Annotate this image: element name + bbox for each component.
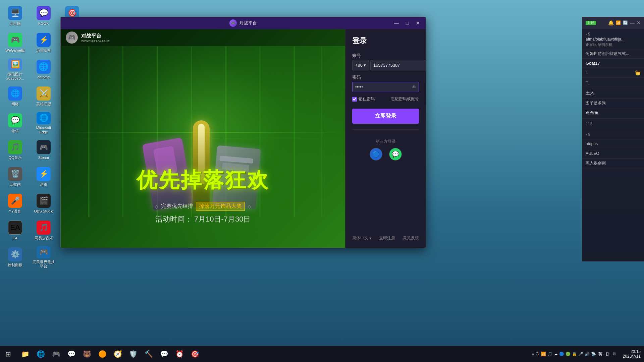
notification-item[interactable]: - 9 afmafoiabfiuawbfkja... 正在玩 黎明杀机 <box>582 29 644 49</box>
taskbar-item-chrome[interactable]: 🌐 <box>33 347 48 361</box>
desktop-icon-recycle-bin[interactable]: 🗑️ 回收站 <box>2 164 29 189</box>
window-title: 对战平台 <box>239 20 257 26</box>
phone-input[interactable] <box>370 60 426 70</box>
taskbar-item-hammer[interactable]: 🔨 <box>141 347 156 361</box>
taskbar-item-shield[interactable]: 🛡️ <box>126 347 141 361</box>
password-input[interactable] <box>352 82 419 92</box>
desktop-icon-label: 英雄联盟 <box>36 102 51 106</box>
desktop-icon-network[interactable]: 🌐 网络 <box>2 84 29 109</box>
minimize-button[interactable]: — <box>392 19 401 27</box>
notification-item[interactable]: I. 👑 <box>582 68 644 78</box>
notification-item[interactable]: 图子是条狗 <box>582 99 644 108</box>
taskbar-item-chat[interactable]: 💬 <box>157 347 171 361</box>
notification-item[interactable]: - 9 <box>582 129 644 139</box>
5e-icon: 🎯 <box>191 350 199 358</box>
desktop-icon-photos[interactable]: 🖼️ 微信图片2023070... <box>2 57 29 82</box>
notification-item[interactable]: Goat17 <box>582 59 644 68</box>
taskbar-item-steam[interactable]: 🎮 <box>49 347 63 361</box>
password-section: 密码 👁 <box>352 74 419 92</box>
desktop-icon-kook[interactable]: 💬 KOOK <box>30 3 57 28</box>
network-icon[interactable]: 📡 <box>591 352 596 356</box>
mic-icon: 🎤 <box>578 352 583 356</box>
taskbar-item-orange[interactable]: 🟠 <box>95 347 110 361</box>
desktop-icon-chrome[interactable]: 🌐 chrome <box>30 57 57 82</box>
app1-icon: 🔵 <box>559 352 564 356</box>
desktop-icon-label: 网络 <box>11 102 19 106</box>
desktop-icon-wegame[interactable]: 🎮 WeGame版 <box>2 30 29 55</box>
desktop-icon-control-panel[interactable]: ⚙️ 控制面板 <box>2 245 29 270</box>
feedback-link[interactable]: 意见反馈 <box>403 235 419 241</box>
notification-item[interactable]: 土木 <box>582 88 644 99</box>
orange-app-icon: 🟠 <box>98 350 107 358</box>
clock-time: 23:15 <box>623 349 641 354</box>
notification-item[interactable]: atopos <box>582 139 644 149</box>
volume-icon[interactable]: 🔊 <box>585 352 590 356</box>
notification-item[interactable]: 阿姆斯特朗回旋喷气式... <box>582 49 644 59</box>
desktop-icon-wechat[interactable]: 💬 微信 <box>2 111 29 136</box>
maximize-button[interactable]: □ <box>403 19 412 27</box>
desktop-icon-xunlei[interactable]: ⚡ 迅雷 <box>30 164 57 189</box>
close-button[interactable]: ✕ <box>414 19 422 27</box>
banner-header: 🎮 对战平台 WWW.5EPLAY.COM <box>61 29 345 46</box>
taskbar-item-wechat[interactable]: 💬 <box>64 347 79 361</box>
taskbar-item-compass[interactable]: 🧭 <box>110 347 125 361</box>
status-badge: 1/15 <box>586 21 596 25</box>
language-selector[interactable]: 简体中文 ▾ <box>352 235 371 241</box>
remember-checkbox[interactable] <box>352 97 357 102</box>
desktop-icon-label: 此电脑 <box>10 21 21 26</box>
login-button[interactable]: 立即登录 <box>352 109 419 124</box>
sidebar-minimize-icon[interactable]: — <box>630 20 635 25</box>
bear-icon: 🐻 <box>83 350 91 358</box>
country-code-selector[interactable]: +86 ▾ <box>352 60 369 70</box>
right-sidebar: 1/15 🔔 📶 🔄 — ✕ - 9 afmafoiabfiuawbfkja..… <box>582 17 644 261</box>
desktop-icon-perfectworld[interactable]: 🎮 完美世界竞技平台 <box>30 245 57 270</box>
cloud-icon: ☁ <box>554 352 558 356</box>
qq-login-icon[interactable]: 🔵 <box>370 148 382 161</box>
notification-item[interactable]: T. <box>582 78 644 88</box>
taskbar-item-bear[interactable]: 🐻 <box>79 347 94 361</box>
desktop-icon-qqmusic[interactable]: 🎵 QQ音乐 <box>2 137 29 163</box>
taskbar-item-clock[interactable]: ⏰ <box>172 347 187 361</box>
desktop-icon-steam[interactable]: 🎮 Steam <box>30 137 57 163</box>
banner-title-area: 优先掉落狂欢 <box>137 166 269 194</box>
notification-item[interactable]: 112 <box>582 119 644 129</box>
ime-en[interactable]: 英 <box>597 351 603 357</box>
display-icon[interactable]: 🖥 <box>612 352 616 356</box>
register-link[interactable]: 立即注册 <box>379 235 395 241</box>
notification-item[interactable]: AULEO <box>582 149 644 159</box>
chat-icon: 💬 <box>160 350 168 358</box>
desktop-icon-label: MicrosoftEdge <box>36 126 51 134</box>
desktop-icon-label: 迅雷影音 <box>36 48 51 53</box>
app-window: 🎮 对战平台 — □ ✕ 🎮 对战平台 WWW.5EPLAY.COM <box>60 17 426 248</box>
taskbar-item-explorer[interactable]: 📁 <box>18 347 33 361</box>
taskbar-clock[interactable]: 23:15 2023/7/11 <box>620 349 644 359</box>
notification-item[interactable]: 黑人诶创刻 <box>582 159 644 168</box>
forgot-password-link[interactable]: 忘记密码或账号 <box>391 96 419 102</box>
remember-text: 记住密码 <box>359 96 375 102</box>
notification-item[interactable]: 鱼鱼鱼 <box>582 108 644 119</box>
desktop-icon-obs[interactable]: 🎬 OBS Studio <box>30 191 57 216</box>
password-eye-icon[interactable]: 👁 <box>412 84 416 90</box>
desktop-icon-edge[interactable]: 🌐 MicrosoftEdge <box>30 111 57 136</box>
desktop-icon-xunlei-video[interactable]: ⚡ 迅雷影音 <box>30 30 57 55</box>
taskbar-item-5e[interactable]: 🎯 <box>187 347 202 361</box>
refresh-icon[interactable]: 🔄 <box>623 20 628 25</box>
taskbar: ⊞ 📁 🌐 🎮 💬 🐻 🟠 🧭 <box>0 346 644 362</box>
sidebar-close-icon[interactable]: ✕ <box>637 20 641 25</box>
sub-prefix: 完赛优先组排 <box>161 203 193 210</box>
bell-icon[interactable]: 🔔 <box>608 20 614 25</box>
third-party-icons: 🔵 💬 <box>352 148 419 161</box>
desktop-icon-label: 微信 <box>11 129 19 133</box>
remember-row: 记住密码 忘记密码或账号 <box>352 96 419 102</box>
desktop-icon-recycle[interactable]: 🖥️ 此电脑 <box>2 3 29 28</box>
desktop-icon-ea[interactable]: EA EA <box>2 218 29 243</box>
antivirus-icon: 🛡 <box>536 352 540 356</box>
hammer-icon: 🔨 <box>145 350 153 358</box>
desktop-icon-lol[interactable]: ⚔️ 英雄联盟 <box>30 84 57 109</box>
desktop-icon-yy[interactable]: 🎤 YY语音 <box>2 191 29 216</box>
start-button[interactable]: ⊞ <box>0 346 16 362</box>
weapon-center <box>193 120 210 207</box>
desktop-icon-netease[interactable]: 🎵 网易云音乐 <box>30 218 57 243</box>
wechat-login-icon[interactable]: 💬 <box>389 148 402 161</box>
ime-cn[interactable]: 拼 <box>605 351 611 357</box>
